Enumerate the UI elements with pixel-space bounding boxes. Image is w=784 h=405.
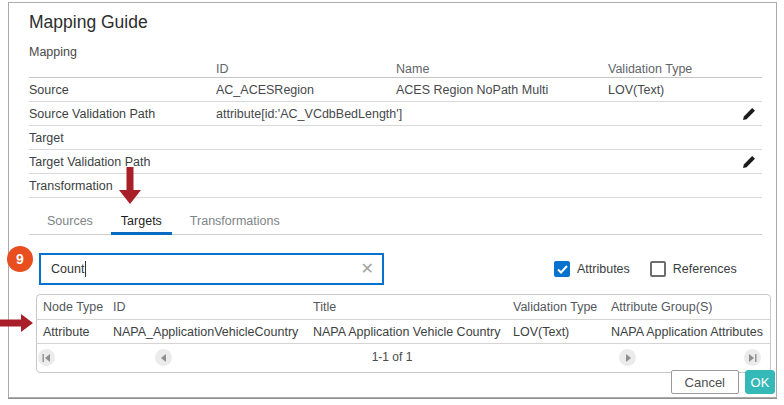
column-title: Title	[313, 300, 513, 314]
attributes-label: Attributes	[577, 262, 630, 276]
attributes-checkbox[interactable]	[554, 261, 570, 277]
column-id: ID	[216, 62, 396, 76]
mapping-row-source-validation-path: Source Validation Path attribute[id:'AC_…	[29, 102, 762, 126]
cell-title: NAPA Application Vehicle Country	[313, 325, 513, 339]
result-row-attribute[interactable]: Attribute NAPA_ApplicationVehicleCountry…	[37, 320, 770, 344]
cell-node-type: Attribute	[43, 325, 113, 339]
cell-id: NAPA_ApplicationVehicleCountry	[113, 325, 313, 339]
search-and-filter-row: Count ✕ Attributes References	[39, 253, 762, 285]
screen: Mapping Guide Mapping ID Name Validation…	[0, 0, 784, 405]
first-page-button[interactable]	[38, 349, 55, 366]
edit-cell	[728, 107, 762, 121]
annotation-right-arrow-icon	[0, 314, 33, 332]
tab-targets[interactable]: Targets	[111, 209, 172, 235]
mapping-row-target: Target	[29, 126, 762, 150]
row-label: Source	[29, 83, 216, 97]
column-id: ID	[113, 300, 313, 314]
references-label: References	[673, 262, 737, 276]
next-page-icon	[624, 354, 632, 362]
column-attribute-groups: Attribute Group(S)	[611, 300, 770, 314]
search-value: Count	[51, 262, 84, 276]
cell-validation-type: LOV(Text)	[513, 325, 611, 339]
check-icon	[557, 265, 568, 274]
ok-button[interactable]: OK	[745, 370, 775, 394]
references-checkbox[interactable]	[650, 261, 666, 277]
attributes-filter: Attributes	[554, 261, 630, 277]
clear-search-icon[interactable]: ✕	[361, 261, 374, 277]
mapping-guide-dialog: Mapping Guide Mapping ID Name Validation…	[8, 2, 777, 398]
dialog-title: Mapping Guide	[29, 12, 776, 33]
source-id: AC_ACESRegion	[216, 83, 396, 97]
column-validation-type: Validation Type	[513, 300, 611, 314]
filter-checkboxes: Attributes References	[554, 261, 737, 277]
first-page-icon	[42, 354, 51, 362]
tab-sources[interactable]: Sources	[37, 209, 103, 235]
tab-transformations[interactable]: Transformations	[180, 209, 290, 235]
previous-page-icon	[160, 354, 168, 362]
next-page-button[interactable]	[619, 349, 636, 366]
results-header: Node Type ID Title Validation Type Attri…	[37, 295, 770, 320]
edit-pencil-icon[interactable]	[742, 155, 756, 169]
tab-bar: Sources Targets Transformations	[29, 209, 762, 235]
source-validation-path-value: attribute[id:'AC_VCdbBedLength']	[216, 107, 396, 121]
text-cursor	[85, 261, 86, 277]
step-number-badge: 9	[7, 246, 33, 272]
row-label: Source Validation Path	[29, 107, 216, 121]
row-label: Target	[29, 131, 216, 145]
cancel-button[interactable]: Cancel	[671, 370, 739, 394]
mapping-row-source: Source AC_ACESRegion ACES Region NoPath …	[29, 78, 762, 102]
results-panel: Node Type ID Title Validation Type Attri…	[36, 294, 771, 373]
column-node-type: Node Type	[43, 300, 113, 314]
references-filter: References	[650, 261, 737, 277]
mapping-section-label: Mapping	[29, 45, 776, 59]
annotation-down-arrow-icon	[119, 167, 141, 204]
mapping-table-header: ID Name Validation Type	[29, 61, 762, 78]
source-validation-type: LOV(Text)	[608, 83, 728, 97]
cell-attribute-groups: NAPA Application Attributes	[611, 325, 770, 339]
dialog-footer: Cancel OK	[671, 370, 775, 394]
pagination-bar: 1-1 of 1	[37, 344, 770, 372]
column-validation-type: Validation Type	[608, 62, 728, 76]
last-page-icon	[748, 354, 757, 362]
source-name: ACES Region NoPath Multi	[396, 83, 608, 97]
edit-cell	[728, 155, 762, 169]
edit-pencil-icon[interactable]	[742, 107, 756, 121]
last-page-button[interactable]	[744, 349, 761, 366]
column-name: Name	[396, 62, 608, 76]
search-input[interactable]: Count ✕	[39, 253, 384, 285]
previous-page-button[interactable]	[155, 349, 172, 366]
pagination-range-label: 1-1 of 1	[347, 350, 437, 364]
